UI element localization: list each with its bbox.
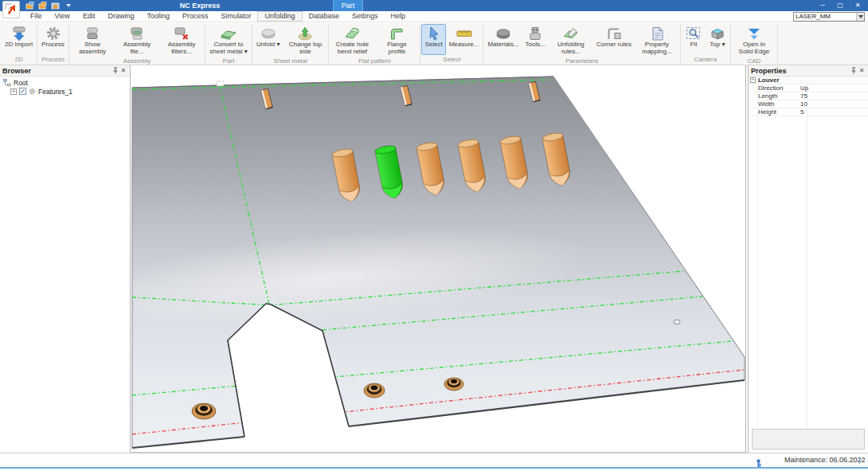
quick-access-icon-3[interactable] [51,2,60,10]
ribbon-button-label: Select [424,41,442,49]
expand-plus-icon[interactable]: + [10,88,17,95]
minimize-button[interactable]: ─ [814,0,831,11]
assembly-file-icon: </> [128,26,146,41]
ribbon-button-label: Convert to sheet metal ▾ [209,41,248,56]
close-button[interactable]: ✕ [849,0,866,11]
menu-item-edit[interactable]: Edit [76,11,102,22]
titlebar: NC Express Part ─ ▢ ✕ [0,0,868,11]
ribbon-button-unfolding-rules[interactable]: Unfolding rules... [549,24,593,57]
property-group-row[interactable]: − Louver [749,77,868,84]
app-logo-icon[interactable] [2,1,20,18]
ribbon-button-label: Property mapping... [638,41,676,56]
tab-part[interactable]: Part [333,0,363,11]
menu-item-simulator[interactable]: Simulator [214,11,257,22]
ribbon-button-fit[interactable]: Fit [682,24,706,55]
sheet-metal-scene[interactable] [131,65,745,452]
ribbon-button-convert-to-sheet-metal[interactable]: Convert to sheet metal ▾ [206,24,251,57]
maximize-button[interactable]: ▢ [831,0,849,11]
ribbon-button-select[interactable]: Select [421,24,445,55]
machine-profile-select[interactable]: LASER_MM [793,12,865,22]
ribbon-button-top[interactable]: Top ▾ [706,24,729,55]
ribbon-button-property-mapping[interactable]: Property mapping... [635,24,679,57]
window-controls: ─ ▢ ✕ [814,0,866,11]
maintenance-status-text: Maintenance: 06.06.2022 [784,453,866,468]
window-title: NC Express [148,0,252,11]
window-bottom-border [0,467,868,471]
ribbon-button-materials[interactable]: Materials... [484,24,522,57]
extruded-hole[interactable] [444,378,463,391]
quick-access-toolbar [25,2,71,10]
ribbon-button-change-top-side[interactable]: Change top side [283,24,327,57]
checkbox-check-icon: ✓ [20,88,25,95]
pierce-hole[interactable] [674,320,680,324]
property-value-length[interactable]: 75 [797,92,868,100]
ribbon-button-tools[interactable]: Tools... [522,24,549,57]
pin-icon[interactable] [111,67,119,75]
ribbon-group-assembly: Show assembly</>Assembly file...Assembly… [69,24,205,65]
ribbon-button-label: Create hole bend relief [333,41,371,56]
ribbon-group-flat-pattern: Create hole bend reliefFlange profileFla… [329,24,420,65]
pin-icon[interactable] [850,67,858,75]
menu-item-process[interactable]: Process [176,11,215,22]
process-icon [45,26,62,41]
menu-item-drawing[interactable]: Drawing [101,11,140,22]
menu-item-tooling[interactable]: Tooling [140,11,176,22]
quick-access-dropdown-icon[interactable] [66,4,71,7]
property-name-direction: Direction [749,84,797,92]
ribbon-button-2d-import[interactable]: 2D Import [2,24,36,55]
ribbon-button-label: Unfold ▾ [256,41,280,49]
ribbon-group-label: Select [421,55,482,65]
ribbon-button-open-in-solid-edge[interactable]: Open in Solid Edge [732,24,776,57]
ribbon-button-label: Change top side [286,41,324,56]
ribbon-group-camera: FitTop ▾Camera [681,24,731,65]
features-node-icon [29,88,36,95]
menu-item-database[interactable]: Database [303,11,346,22]
property-name-length: Length [749,92,797,100]
grid-gutter-line [757,77,758,427]
ribbon: 2D Import2DProcessProcessShow assembly</… [0,23,868,65]
menu-item-settings[interactable]: Settings [346,11,385,22]
property-group-label: Louver [758,77,780,84]
ribbon-button-assembly-filters[interactable]: Assembly filters... [159,24,204,57]
ribbon-button-create-hole-bend-relief[interactable]: Create hole bend relief [330,24,374,57]
ribbon-button-label: Top ▾ [710,41,725,49]
ribbon-group-2d: 2D Import2D [1,24,37,65]
ribbon-button-measure[interactable]: Measure... [446,24,483,55]
ribbon-button-label: Show assembly [73,41,111,56]
tree-item-root[interactable]: Root [3,78,130,87]
menu-item-unfolding[interactable]: Unfolding [257,11,302,22]
close-panel-icon[interactable]: ✕ [858,67,866,75]
combo-dropdown-button[interactable] [856,13,864,21]
viewport-3d[interactable] [131,65,746,453]
ribbon-button-label: Open in Solid Edge [735,41,773,56]
ribbon-button-process[interactable]: Process [38,24,68,55]
machine-profile-value: LASER_MM [794,13,856,21]
2d-import-icon [10,26,28,41]
extruded-hole[interactable] [364,383,385,398]
ribbon-group-parameters: Materials...Tools...Unfolding rules...Co… [483,24,680,65]
menu-item-view[interactable]: View [49,11,76,22]
features-checkbox[interactable]: ✓ [19,88,26,95]
ribbon-button-unfold[interactable]: Unfold ▾ [253,24,283,57]
ribbon-button-assembly-file[interactable]: </>Assembly file... [115,24,159,57]
property-value-height[interactable]: 5 [797,108,868,116]
assembly-filters-icon [173,26,190,41]
property-mapping-icon [648,26,666,41]
ribbon-button-flange-profile[interactable]: Flange profile [374,24,419,57]
extruded-hole[interactable] [192,403,216,419]
hole-bend-relief-icon [343,26,361,41]
menubar: FileViewEditDrawingToolingProcessSimulat… [0,11,868,22]
properties-preview-box [752,429,865,449]
quick-access-icon-2[interactable] [38,2,47,10]
property-value-width[interactable]: 10 [797,100,868,108]
ribbon-button-corner-rules[interactable]: Corner rules [593,24,635,57]
property-value-direction[interactable]: Up [797,84,868,92]
property-row-length: Length75 [749,92,868,100]
menu-item-help[interactable]: Help [385,11,412,22]
close-panel-icon[interactable]: ✕ [119,67,127,75]
tree-item-features[interactable]: + ✓ Features_1 [3,87,130,96]
ribbon-button-show-assembly[interactable]: Show assembly [70,24,115,57]
collapse-icon[interactable]: − [750,77,756,83]
menu-item-file[interactable]: File [24,11,49,22]
quick-access-icon-1[interactable] [25,2,34,10]
